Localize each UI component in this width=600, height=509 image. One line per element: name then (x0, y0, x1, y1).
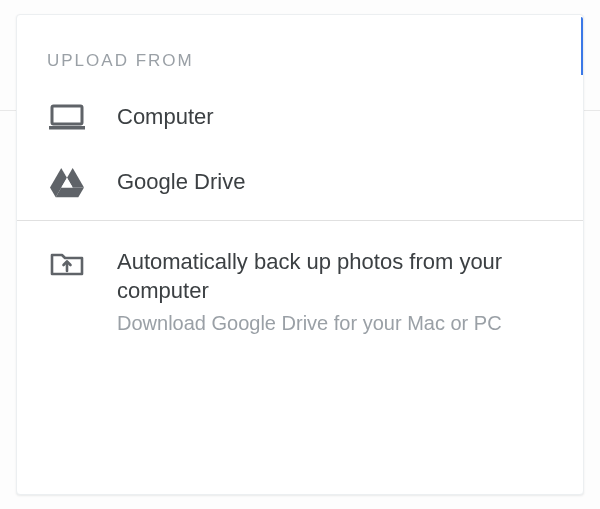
upload-from-heading: UPLOAD FROM (17, 15, 583, 85)
auto-backup-subtitle: Download Google Drive for your Mac or PC (117, 310, 553, 337)
upload-menu-card: UPLOAD FROM Computer (16, 14, 584, 495)
auto-backup-title: Automatically back up photos from your c… (117, 247, 553, 306)
card-accent (581, 17, 583, 75)
option-computer-label: Computer (117, 103, 214, 132)
google-drive-icon (47, 168, 87, 198)
option-google-drive[interactable]: Google Drive (17, 150, 583, 216)
auto-backup-text: Automatically back up photos from your c… (117, 247, 553, 337)
option-computer[interactable]: Computer (17, 85, 583, 150)
auto-backup-row[interactable]: Automatically back up photos from your c… (17, 221, 583, 367)
upload-options-list: Computer Google Drive (17, 85, 583, 216)
folder-upload-icon (47, 247, 87, 277)
computer-icon (47, 103, 87, 131)
svg-rect-0 (52, 106, 82, 124)
option-google-drive-label: Google Drive (117, 168, 245, 197)
svg-rect-1 (49, 126, 85, 130)
